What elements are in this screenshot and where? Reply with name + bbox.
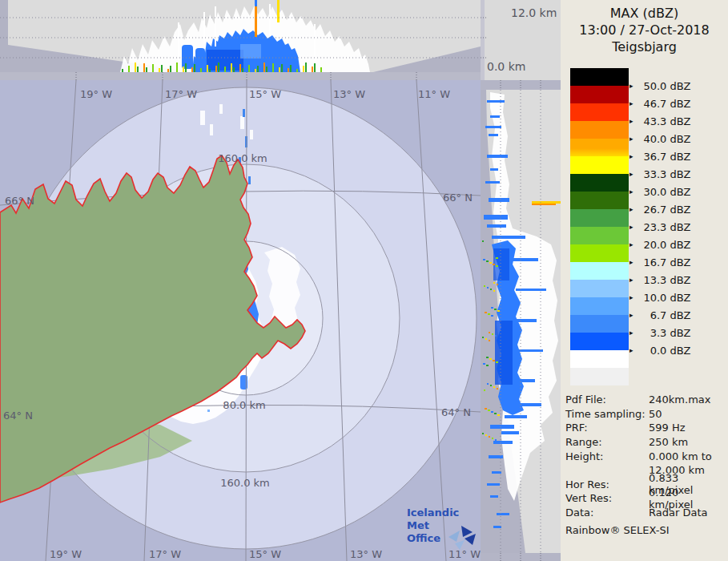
lon-label: 17° W bbox=[165, 88, 197, 100]
lon-label: 11° W bbox=[418, 88, 450, 100]
software-name: Rainbow® SELEX-SI bbox=[565, 524, 726, 539]
dbz-label-8: ▸23.3 dBZ bbox=[629, 220, 718, 233]
dbz-band-1 bbox=[570, 86, 629, 103]
top-cross-section-plot bbox=[0, 0, 481, 80]
met-office-logo: Icelandic Met Office bbox=[407, 507, 481, 548]
dbz-label-2: ▸43.3 dBZ bbox=[629, 115, 718, 127]
dbz-label-0: ▸50.0 dBZ bbox=[629, 79, 718, 92]
radar-site-name: Teigsbjarg bbox=[561, 38, 728, 55]
metadata-label: Pdf File: bbox=[565, 394, 649, 406]
product-metadata: Pdf File:240km.maxTime sampling:50PRF:59… bbox=[565, 393, 726, 539]
info-sidebar: MAX (dBZ) 13:00 / 27-Oct-2018 Teigsbjarg… bbox=[561, 0, 728, 561]
metadata-label: Height: bbox=[565, 450, 649, 462]
lat-label: 64° N bbox=[441, 406, 471, 418]
arrow-right-icon: ▸ bbox=[629, 240, 633, 248]
dbz-label-11: ▸13.3 dBZ bbox=[629, 273, 718, 286]
metadata-label: PRF: bbox=[565, 422, 649, 434]
dbz-label-15: ▸0.0 dBZ bbox=[629, 344, 718, 357]
dbz-label-4: ▸36.7 dBZ bbox=[629, 150, 718, 163]
dbz-label-13: ▸6.7 dBZ bbox=[629, 309, 718, 321]
arrow-right-icon: ▸ bbox=[629, 205, 633, 213]
dbz-label-9: ▸20.0 dBZ bbox=[629, 238, 718, 251]
dbz-label-5: ▸33.3 dBZ bbox=[629, 167, 718, 180]
arrow-right-icon: ▸ bbox=[629, 258, 633, 266]
dbz-band-3 bbox=[570, 121, 629, 139]
dbz-band-2 bbox=[570, 103, 629, 121]
range-ring-label: 80.0 km bbox=[223, 399, 265, 411]
met-office-logo-mark bbox=[447, 524, 479, 550]
dbz-band-15 bbox=[570, 333, 629, 350]
dbz-band-4 bbox=[570, 139, 629, 156]
dbz-label-3: ▸40.0 dBZ bbox=[629, 132, 718, 145]
dbz-label-6: ▸30.0 dBZ bbox=[629, 185, 718, 198]
lat-label: 66° N bbox=[443, 192, 473, 204]
metadata-value: 0.000 km to bbox=[649, 450, 726, 462]
dbz-band-12 bbox=[570, 280, 629, 297]
top-panel-axis-band bbox=[0, 72, 481, 80]
dbz-band-5 bbox=[570, 156, 629, 174]
height-axis-box: 12.0 km 0.0 km bbox=[481, 0, 561, 80]
lon-label: 13° W bbox=[350, 548, 382, 560]
lon-label: 15° W bbox=[249, 548, 281, 560]
metadata-row-3: Range:250 km bbox=[565, 435, 726, 450]
right-panel-bottom-band bbox=[481, 553, 561, 561]
radar-map-panel: 19° W 17° W 15° W 13° W 11° W 19° W 17° … bbox=[0, 80, 481, 561]
metadata-value: 599 Hz bbox=[649, 422, 726, 434]
metadata-label: Hor Res: bbox=[565, 478, 649, 490]
lon-label: 15° W bbox=[249, 88, 281, 100]
arrow-right-icon: ▸ bbox=[629, 135, 633, 143]
arrow-right-icon: ▸ bbox=[629, 311, 633, 319]
dbz-band-6 bbox=[570, 174, 629, 192]
lon-label: 11° W bbox=[448, 548, 481, 560]
dbz-band-11 bbox=[570, 262, 629, 280]
range-ring-label: 160.0 km bbox=[220, 477, 270, 489]
arrow-right-icon: ▸ bbox=[629, 82, 633, 90]
metadata-row-2: PRF:599 Hz bbox=[565, 421, 726, 435]
lat-label: 64° N bbox=[3, 410, 33, 422]
height-min-label: 0.0 km bbox=[487, 60, 525, 73]
arrow-right-icon: ▸ bbox=[629, 99, 633, 107]
dbz-band-17 bbox=[570, 368, 629, 385]
lon-label: 13° W bbox=[333, 88, 365, 100]
arrow-right-icon: ▸ bbox=[629, 117, 633, 125]
metadata-row-8: Data:Radar Data bbox=[565, 506, 726, 520]
product-title-block: MAX (dBZ) 13:00 / 27-Oct-2018 Teigsbjarg bbox=[561, 5, 728, 55]
range-ring-label: 160.0 km bbox=[218, 152, 267, 164]
height-max-label: 12.0 km bbox=[511, 6, 557, 19]
metadata-value: 50 bbox=[649, 408, 726, 420]
metadata-value: 240km.max bbox=[649, 394, 726, 406]
arrow-right-icon: ▸ bbox=[629, 170, 633, 178]
metadata-row-0: Pdf File:240km.max bbox=[565, 393, 726, 407]
arrow-right-icon: ▸ bbox=[629, 188, 633, 196]
metadata-value: Radar Data bbox=[649, 507, 726, 519]
right-cross-section-panel bbox=[481, 80, 561, 561]
dbz-label-14: ▸3.3 dBZ bbox=[629, 326, 718, 339]
lat-label: 66° N bbox=[5, 195, 34, 207]
dbz-label-7: ▸26.7 dBZ bbox=[629, 203, 718, 216]
arrow-right-icon: ▸ bbox=[629, 329, 633, 337]
arrow-right-icon: ▸ bbox=[629, 276, 633, 284]
metadata-label: Time sampling: bbox=[565, 408, 649, 420]
arrow-right-icon: ▸ bbox=[629, 152, 633, 160]
metadata-row-7: Vert Res:0.120 km/pixel bbox=[565, 491, 726, 506]
metadata-label: Vert Res: bbox=[565, 492, 649, 504]
dbz-band-9 bbox=[570, 227, 629, 244]
metadata-row-1: Time sampling:50 bbox=[565, 407, 726, 422]
product-type-title: MAX (dBZ) bbox=[561, 5, 728, 22]
radar-display: 12.0 km 0.0 km bbox=[0, 0, 728, 561]
dbz-band-16 bbox=[570, 350, 629, 368]
dbz-label-1: ▸46.7 dBZ bbox=[629, 97, 718, 110]
metadata-label: Data: bbox=[565, 507, 649, 519]
dbz-band-7 bbox=[570, 192, 629, 209]
lon-label: 19° W bbox=[50, 548, 82, 560]
product-datetime: 13:00 / 27-Oct-2018 bbox=[561, 22, 728, 38]
metadata-label: Range: bbox=[565, 436, 649, 448]
arrow-right-icon: ▸ bbox=[629, 346, 633, 354]
top-cross-section-panel bbox=[0, 0, 481, 80]
right-cross-section-plot bbox=[481, 80, 561, 561]
dbz-band-13 bbox=[570, 297, 629, 315]
metadata-value: 250 km bbox=[649, 436, 726, 448]
lon-label: 19° W bbox=[80, 88, 112, 100]
lon-label: 17° W bbox=[149, 548, 181, 560]
dbz-label-12: ▸10.0 dBZ bbox=[629, 291, 718, 304]
